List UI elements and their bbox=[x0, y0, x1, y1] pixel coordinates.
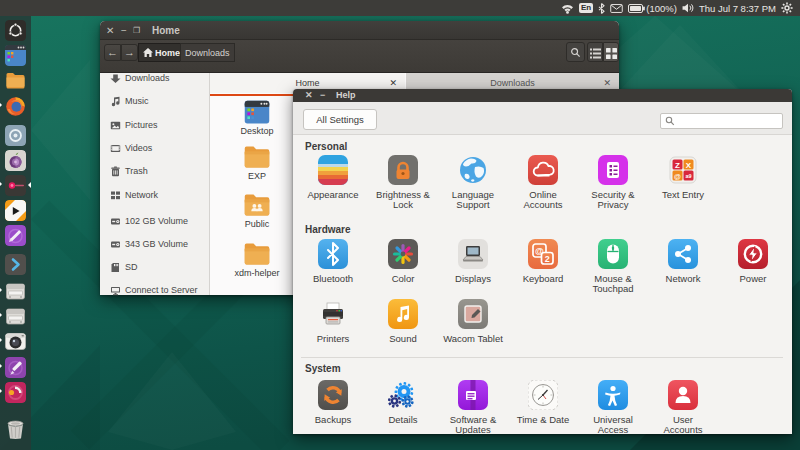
svg-text:@: @ bbox=[674, 173, 681, 180]
svg-text:2: 2 bbox=[545, 254, 550, 264]
svg-text:Z: Z bbox=[675, 161, 680, 170]
svg-text:X: X bbox=[686, 161, 692, 170]
svg-text:a9: a9 bbox=[685, 173, 691, 179]
